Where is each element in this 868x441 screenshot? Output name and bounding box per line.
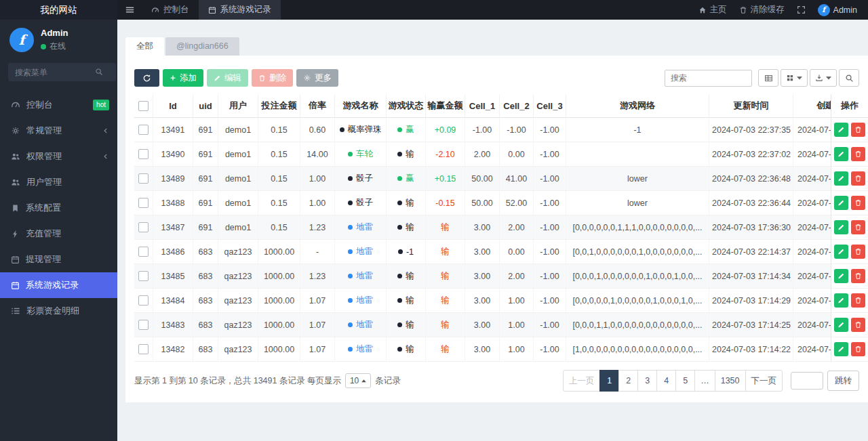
cell-status: 输	[387, 337, 426, 362]
cell-id: 13483	[153, 313, 193, 337]
cell-status: 赢	[387, 118, 426, 142]
cell-rate: 1.23	[300, 215, 335, 240]
row-edit-button[interactable]	[834, 293, 848, 308]
header-actions: 操作	[831, 94, 868, 118]
cell-2: 52.00	[500, 191, 534, 215]
cell-rate: 14.00	[300, 142, 335, 167]
row-checkbox[interactable]	[138, 247, 149, 257]
sidebar-item-lottery-funds[interactable]: 彩票资金明细	[0, 298, 117, 324]
row-delete-button[interactable]	[851, 293, 865, 308]
row-edit-button[interactable]	[834, 196, 848, 210]
clear-cache-button[interactable]: 清除缓存	[739, 4, 785, 16]
row-actions	[831, 118, 868, 142]
menu-toggle-button[interactable]	[117, 0, 142, 20]
trash-icon	[854, 175, 862, 182]
cell-id: 13485	[153, 264, 193, 289]
pagination-next[interactable]: 下一页	[745, 370, 783, 392]
row-checkbox[interactable]	[138, 320, 149, 330]
pagination-page[interactable]: 1	[599, 370, 619, 392]
online-dot	[41, 44, 46, 49]
row-edit-button[interactable]	[834, 342, 848, 356]
jump-page-input[interactable]	[791, 372, 823, 390]
row-checkbox[interactable]	[138, 149, 149, 159]
tab-lingdian666[interactable]: @lingdian666	[165, 37, 239, 56]
row-edit-button[interactable]	[834, 147, 848, 161]
sidebar-item-permissions[interactable]: 权限管理	[0, 144, 117, 169]
row-actions	[831, 215, 868, 240]
pagination-page[interactable]: 3	[637, 370, 657, 392]
pagination-page[interactable]: 5	[675, 370, 695, 392]
advanced-search-button[interactable]	[839, 69, 859, 87]
row-checkbox[interactable]	[138, 173, 149, 184]
row-checkbox[interactable]	[138, 295, 149, 306]
cell-select	[134, 215, 153, 240]
plus-icon	[170, 75, 176, 81]
export-dropdown-button[interactable]	[810, 69, 837, 87]
per-page-dropdown[interactable]: 10	[345, 373, 371, 388]
topbar-tab-console[interactable]: 控制台	[142, 0, 199, 20]
jump-button[interactable]: 跳转	[827, 371, 859, 391]
table-row: 13483683qaz1231000.001.07地雷输输3.001.00-1.…	[134, 313, 868, 337]
pagination-prev[interactable]: 上一页	[563, 370, 601, 392]
row-delete-button[interactable]	[851, 245, 865, 259]
sidebar-item-console[interactable]: 控制台 hot	[0, 92, 117, 118]
row-delete-button[interactable]	[851, 220, 865, 234]
sidebar-item-general[interactable]: 常规管理	[0, 118, 117, 144]
row-checkbox[interactable]	[138, 222, 149, 232]
row-delete-button[interactable]	[851, 196, 865, 210]
home-link[interactable]: 主页	[698, 4, 727, 16]
cell-select	[134, 167, 153, 191]
cell-2: 41.00	[500, 167, 534, 191]
row-delete-button[interactable]	[851, 123, 865, 137]
row-edit-button[interactable]	[834, 171, 848, 186]
cell-bet: 0.15	[258, 118, 300, 142]
pencil-icon	[837, 150, 845, 158]
topbar-tab-game-records[interactable]: 系统游戏记录	[199, 0, 281, 20]
trash-icon	[854, 224, 862, 231]
sidebar-item-recharge[interactable]: 充值管理	[0, 221, 117, 247]
user-menu[interactable]: f Admin	[818, 4, 857, 16]
row-checkbox[interactable]	[138, 271, 149, 281]
cell-id: 13491	[153, 118, 193, 142]
pagination-page[interactable]: …	[694, 370, 715, 392]
row-checkbox[interactable]	[138, 125, 149, 135]
row-edit-button[interactable]	[834, 123, 848, 137]
cell-3: -1.00	[534, 313, 566, 337]
fullscreen-button[interactable]	[797, 5, 806, 14]
row-delete-button[interactable]	[851, 342, 865, 356]
toggle-view-button[interactable]	[758, 69, 778, 87]
tab-all[interactable]: 全部	[125, 37, 164, 56]
pagination-page[interactable]: 4	[656, 370, 676, 392]
row-edit-button[interactable]	[834, 245, 848, 259]
cell-2: 2.00	[500, 215, 534, 240]
cell-updated: 2024-07-03 17:14:29	[709, 289, 793, 313]
columns-dropdown-button[interactable]	[781, 69, 808, 87]
pencil-icon	[837, 224, 845, 231]
pagination-page[interactable]: 2	[618, 370, 638, 392]
sidebar-item-users[interactable]: 用户管理	[0, 169, 117, 195]
sidebar-item-system-config[interactable]: 系统配置	[0, 195, 117, 221]
refresh-button[interactable]	[134, 69, 159, 87]
more-button[interactable]: 更多	[296, 69, 338, 87]
table-search-input[interactable]	[665, 70, 752, 87]
sidebar-item-game-records[interactable]: 系统游戏记录	[0, 272, 117, 298]
edit-button[interactable]: 编辑	[207, 69, 248, 87]
row-checkbox[interactable]	[138, 198, 149, 208]
select-all-checkbox[interactable]	[138, 101, 149, 111]
row-delete-button[interactable]	[851, 269, 865, 283]
row-delete-button[interactable]	[851, 171, 865, 186]
row-edit-button[interactable]	[834, 318, 848, 332]
row-edit-button[interactable]	[834, 220, 848, 234]
sidebar-item-withdraw[interactable]: 提现管理	[0, 247, 117, 272]
row-actions	[831, 142, 868, 167]
cell-bet: 1000.00	[258, 240, 300, 264]
add-button[interactable]: 添加	[163, 69, 203, 87]
row-edit-button[interactable]	[834, 269, 848, 283]
dashboard-icon	[11, 100, 20, 110]
pagination-page[interactable]: 1350	[715, 370, 746, 392]
row-delete-button[interactable]	[851, 318, 865, 332]
delete-button[interactable]: 删除	[252, 69, 293, 87]
trash-icon	[854, 248, 862, 255]
row-delete-button[interactable]	[851, 147, 865, 161]
row-checkbox[interactable]	[138, 344, 149, 354]
